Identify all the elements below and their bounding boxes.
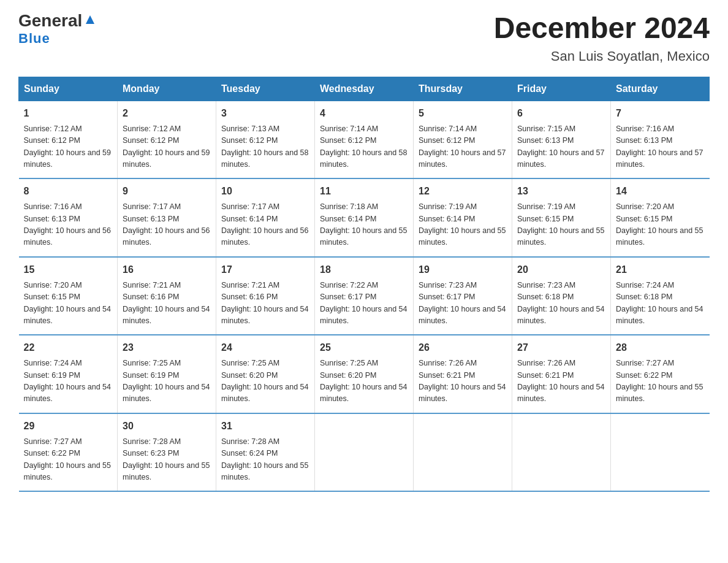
day-number: 12 bbox=[419, 184, 507, 199]
calendar-cell: 31 Sunrise: 7:28 AMSunset: 6:24 PMDaylig… bbox=[216, 413, 315, 492]
day-number: 16 bbox=[123, 262, 211, 277]
calendar-cell bbox=[315, 413, 414, 492]
calendar-cell: 3 Sunrise: 7:13 AMSunset: 6:12 PMDayligh… bbox=[216, 101, 315, 178]
day-info: Sunrise: 7:19 AMSunset: 6:15 PMDaylight:… bbox=[517, 201, 605, 249]
day-number: 29 bbox=[24, 419, 113, 434]
calendar-cell: 4 Sunrise: 7:14 AMSunset: 6:12 PMDayligh… bbox=[315, 101, 414, 178]
calendar-week-row: 8 Sunrise: 7:16 AMSunset: 6:13 PMDayligh… bbox=[19, 178, 710, 257]
day-number: 11 bbox=[320, 184, 408, 199]
logo: General Blue bbox=[18, 12, 97, 47]
day-number: 6 bbox=[517, 106, 605, 121]
day-number: 31 bbox=[221, 419, 309, 434]
day-info: Sunrise: 7:19 AMSunset: 6:14 PMDaylight:… bbox=[419, 201, 507, 249]
day-info: Sunrise: 7:14 AMSunset: 6:12 PMDaylight:… bbox=[419, 123, 507, 171]
day-info: Sunrise: 7:18 AMSunset: 6:14 PMDaylight:… bbox=[320, 201, 408, 249]
calendar-cell: 15 Sunrise: 7:20 AMSunset: 6:15 PMDaylig… bbox=[19, 257, 118, 335]
calendar-header-wednesday: Wednesday bbox=[315, 77, 414, 101]
calendar-cell: 13 Sunrise: 7:19 AMSunset: 6:15 PMDaylig… bbox=[512, 178, 611, 257]
day-info: Sunrise: 7:12 AMSunset: 6:12 PMDaylight:… bbox=[123, 123, 211, 171]
day-info: Sunrise: 7:17 AMSunset: 6:13 PMDaylight:… bbox=[123, 201, 211, 249]
calendar-cell: 14 Sunrise: 7:20 AMSunset: 6:15 PMDaylig… bbox=[611, 178, 710, 257]
calendar-cell: 11 Sunrise: 7:18 AMSunset: 6:14 PMDaylig… bbox=[315, 178, 414, 257]
day-number: 3 bbox=[221, 106, 309, 121]
calendar-cell: 29 Sunrise: 7:27 AMSunset: 6:22 PMDaylig… bbox=[19, 413, 118, 492]
day-number: 2 bbox=[123, 106, 211, 121]
calendar-cell: 26 Sunrise: 7:26 AMSunset: 6:21 PMDaylig… bbox=[414, 335, 512, 413]
calendar-cell bbox=[611, 413, 710, 492]
day-number: 26 bbox=[419, 340, 507, 355]
day-info: Sunrise: 7:16 AMSunset: 6:13 PMDaylight:… bbox=[616, 123, 705, 171]
calendar-cell: 19 Sunrise: 7:23 AMSunset: 6:17 PMDaylig… bbox=[414, 257, 512, 335]
day-info: Sunrise: 7:22 AMSunset: 6:17 PMDaylight:… bbox=[320, 280, 408, 327]
day-info: Sunrise: 7:20 AMSunset: 6:15 PMDaylight:… bbox=[616, 201, 705, 249]
calendar-cell: 23 Sunrise: 7:25 AMSunset: 6:19 PMDaylig… bbox=[118, 335, 216, 413]
day-number: 28 bbox=[616, 340, 705, 355]
calendar-week-row: 29 Sunrise: 7:27 AMSunset: 6:22 PMDaylig… bbox=[19, 413, 710, 492]
location: San Luis Soyatlan, Mexico bbox=[494, 48, 710, 64]
logo-triangle-icon bbox=[83, 13, 97, 26]
day-number: 7 bbox=[616, 106, 705, 121]
calendar-table: SundayMondayTuesdayWednesdayThursdayFrid… bbox=[18, 77, 710, 492]
calendar-week-row: 22 Sunrise: 7:24 AMSunset: 6:19 PMDaylig… bbox=[19, 335, 710, 413]
day-info: Sunrise: 7:25 AMSunset: 6:20 PMDaylight:… bbox=[320, 358, 408, 405]
calendar-cell bbox=[512, 413, 611, 492]
day-number: 15 bbox=[24, 262, 113, 277]
calendar-cell: 30 Sunrise: 7:28 AMSunset: 6:23 PMDaylig… bbox=[118, 413, 216, 492]
calendar-header-row: SundayMondayTuesdayWednesdayThursdayFrid… bbox=[19, 77, 710, 101]
calendar-header-monday: Monday bbox=[118, 77, 216, 101]
day-info: Sunrise: 7:25 AMSunset: 6:19 PMDaylight:… bbox=[123, 358, 211, 405]
day-number: 25 bbox=[320, 340, 408, 355]
calendar-cell: 25 Sunrise: 7:25 AMSunset: 6:20 PMDaylig… bbox=[315, 335, 414, 413]
day-number: 19 bbox=[419, 262, 507, 277]
calendar-cell: 21 Sunrise: 7:24 AMSunset: 6:18 PMDaylig… bbox=[611, 257, 710, 335]
calendar-cell: 18 Sunrise: 7:22 AMSunset: 6:17 PMDaylig… bbox=[315, 257, 414, 335]
day-number: 22 bbox=[24, 340, 113, 355]
day-info: Sunrise: 7:20 AMSunset: 6:15 PMDaylight:… bbox=[24, 280, 113, 327]
day-info: Sunrise: 7:21 AMSunset: 6:16 PMDaylight:… bbox=[123, 280, 211, 327]
month-title: December 2024 bbox=[494, 12, 710, 45]
day-number: 8 bbox=[24, 184, 113, 199]
day-info: Sunrise: 7:25 AMSunset: 6:20 PMDaylight:… bbox=[221, 358, 309, 405]
calendar-cell: 20 Sunrise: 7:23 AMSunset: 6:18 PMDaylig… bbox=[512, 257, 611, 335]
calendar-cell: 6 Sunrise: 7:15 AMSunset: 6:13 PMDayligh… bbox=[512, 101, 611, 178]
day-number: 9 bbox=[123, 184, 211, 199]
day-info: Sunrise: 7:24 AMSunset: 6:19 PMDaylight:… bbox=[24, 358, 113, 405]
calendar-header-friday: Friday bbox=[512, 77, 611, 101]
day-number: 20 bbox=[517, 262, 605, 277]
calendar-cell: 2 Sunrise: 7:12 AMSunset: 6:12 PMDayligh… bbox=[118, 101, 216, 178]
day-info: Sunrise: 7:26 AMSunset: 6:21 PMDaylight:… bbox=[517, 358, 605, 405]
calendar-cell: 9 Sunrise: 7:17 AMSunset: 6:13 PMDayligh… bbox=[118, 178, 216, 257]
calendar-cell: 7 Sunrise: 7:16 AMSunset: 6:13 PMDayligh… bbox=[611, 101, 710, 178]
day-info: Sunrise: 7:17 AMSunset: 6:14 PMDaylight:… bbox=[221, 201, 309, 249]
logo-blue: Blue bbox=[18, 31, 50, 47]
day-number: 21 bbox=[616, 262, 705, 277]
logo-general: General bbox=[18, 12, 82, 29]
day-info: Sunrise: 7:13 AMSunset: 6:12 PMDaylight:… bbox=[221, 123, 309, 171]
day-info: Sunrise: 7:23 AMSunset: 6:18 PMDaylight:… bbox=[517, 280, 605, 327]
day-info: Sunrise: 7:28 AMSunset: 6:23 PMDaylight:… bbox=[123, 436, 211, 484]
calendar-week-row: 15 Sunrise: 7:20 AMSunset: 6:15 PMDaylig… bbox=[19, 257, 710, 335]
calendar-cell: 17 Sunrise: 7:21 AMSunset: 6:16 PMDaylig… bbox=[216, 257, 315, 335]
day-info: Sunrise: 7:23 AMSunset: 6:17 PMDaylight:… bbox=[419, 280, 507, 327]
day-info: Sunrise: 7:16 AMSunset: 6:13 PMDaylight:… bbox=[24, 201, 113, 249]
calendar-header-saturday: Saturday bbox=[611, 77, 710, 101]
day-number: 30 bbox=[123, 419, 211, 434]
day-number: 14 bbox=[616, 184, 705, 199]
calendar-header-thursday: Thursday bbox=[414, 77, 512, 101]
calendar-cell: 24 Sunrise: 7:25 AMSunset: 6:20 PMDaylig… bbox=[216, 335, 315, 413]
day-number: 27 bbox=[517, 340, 605, 355]
day-info: Sunrise: 7:24 AMSunset: 6:18 PMDaylight:… bbox=[616, 280, 705, 327]
day-info: Sunrise: 7:27 AMSunset: 6:22 PMDaylight:… bbox=[24, 436, 113, 484]
day-number: 4 bbox=[320, 106, 408, 121]
calendar-cell: 1 Sunrise: 7:12 AMSunset: 6:12 PMDayligh… bbox=[19, 101, 118, 178]
day-info: Sunrise: 7:14 AMSunset: 6:12 PMDaylight:… bbox=[320, 123, 408, 171]
calendar-cell bbox=[414, 413, 512, 492]
day-number: 23 bbox=[123, 340, 211, 355]
calendar-cell: 5 Sunrise: 7:14 AMSunset: 6:12 PMDayligh… bbox=[414, 101, 512, 178]
day-number: 10 bbox=[221, 184, 309, 199]
day-number: 1 bbox=[24, 106, 113, 121]
calendar-cell: 22 Sunrise: 7:24 AMSunset: 6:19 PMDaylig… bbox=[19, 335, 118, 413]
day-info: Sunrise: 7:26 AMSunset: 6:21 PMDaylight:… bbox=[419, 358, 507, 405]
calendar-header-tuesday: Tuesday bbox=[216, 77, 315, 101]
day-info: Sunrise: 7:12 AMSunset: 6:12 PMDaylight:… bbox=[24, 123, 113, 171]
